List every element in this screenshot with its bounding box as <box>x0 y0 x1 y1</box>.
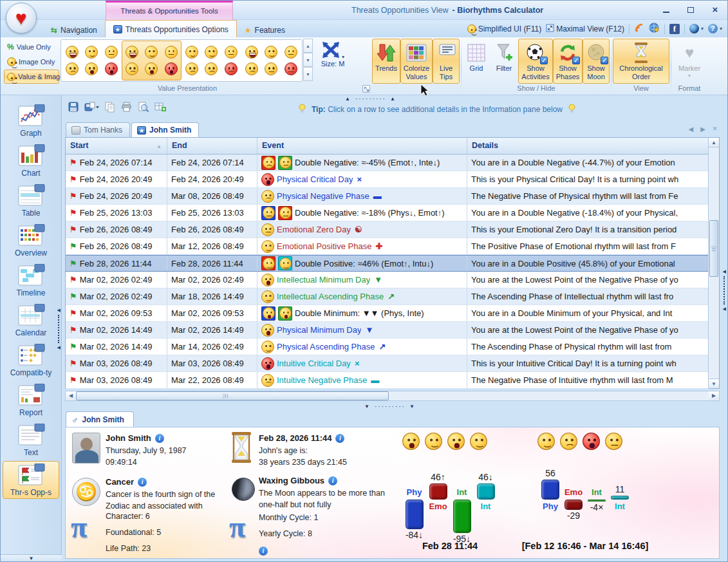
tab-scroll-left-button[interactable]: ◀ <box>689 126 694 133</box>
sidebar-item-report[interactable]: Report <box>3 381 59 419</box>
sidebar-item-thr-s-opp-s[interactable]: Thr-s Opp-s <box>3 461 59 499</box>
cell-start: ⚑Mar 03, 2026 08:49 <box>66 372 167 388</box>
scrollbar-thumb[interactable] <box>76 391 389 400</box>
save-all-button[interactable] <box>84 102 100 113</box>
right-splitter-handle[interactable]: ◀◀ <box>723 269 726 312</box>
sidebar-item-overview[interactable]: Overview <box>3 221 59 259</box>
show-moon-button[interactable]: ✓Show Moon <box>583 39 610 84</box>
tab-navigation[interactable]: ⇆Navigation <box>43 22 105 37</box>
chronological-order-button[interactable]: Chronological Order <box>613 39 669 84</box>
scroll-right-button[interactable]: ▶ <box>709 391 719 400</box>
event-row-12[interactable]: ⚑Mar 02, 2026 14:49Mar 14, 2026 02:49Phy… <box>66 339 709 355</box>
pane-splitter-handle[interactable]: ▼·········▼ <box>364 403 416 410</box>
scroll-down-button[interactable]: ▼ <box>709 379 719 388</box>
live-tips-button[interactable]: Live Tips <box>433 39 460 84</box>
language-globe-button[interactable]: ▾ <box>689 24 704 33</box>
column-header-details[interactable]: Details <box>467 138 709 154</box>
column-header-end[interactable]: End <box>167 138 257 154</box>
horizontal-scrollbar[interactable]: ◀ ▶ <box>65 391 720 401</box>
grid-toggle-button[interactable]: Grid <box>463 39 490 84</box>
event-row-10[interactable]: ⚑Mar 02, 2026 09:53Mar 02, 2026 09:53Dou… <box>66 305 709 322</box>
scrollbar-thumb[interactable] <box>709 220 718 277</box>
chart-bar-emo <box>429 483 447 500</box>
tab-tom-hanks[interactable]: Tom Hanks <box>66 122 130 137</box>
close-button[interactable]: × <box>711 5 720 13</box>
print-button[interactable] <box>121 102 133 113</box>
trends-button[interactable]: Trends <box>372 39 400 84</box>
event-row-5[interactable]: ⚑Feb 26, 2026 08:49Feb 26, 2026 08:49Emo… <box>66 221 709 238</box>
gallery-scroll-down-button[interactable]: ▼ <box>303 53 313 67</box>
show-phases-button[interactable]: ✓Show Phases <box>553 39 583 84</box>
sidebar-item-chart[interactable]: Chart <box>3 142 59 180</box>
emoticon-style-option-3[interactable] <box>182 41 241 80</box>
vertical-scrollbar[interactable]: ▲ ▼ <box>708 138 719 388</box>
tab-close-button[interactable]: × <box>713 124 717 133</box>
scroll-up-button[interactable]: ▲ <box>709 138 719 147</box>
sidebar-item-calendar[interactable]: Calendar <box>3 301 59 339</box>
show-activities-button[interactable]: ✓Show Activities <box>518 39 553 84</box>
simplified-ui-button[interactable]: Simplified UI (F11) <box>467 24 541 33</box>
info-icon[interactable]: i <box>138 478 147 487</box>
web-access-icon[interactable] <box>649 23 660 35</box>
info-icon[interactable]: i <box>328 476 337 485</box>
emoticon-style-option-4[interactable] <box>241 41 301 80</box>
sidebar-item-text[interactable]: Text <box>3 421 59 459</box>
feed-icon[interactable] <box>634 23 644 35</box>
tab-john-smith[interactable]: ★John Smith <box>131 122 199 137</box>
facebook-icon[interactable]: f <box>669 24 680 34</box>
emoticon-style-option-1[interactable] <box>62 41 122 80</box>
maximal-view-button[interactable]: Maximal View (F12) <box>546 24 624 34</box>
event-row-14[interactable]: ⚑Mar 03, 2026 08:49Mar 22, 2026 08:49Int… <box>66 372 709 389</box>
help-button[interactable]: ?▾ <box>708 24 722 33</box>
event-row-9[interactable]: ⚑Mar 02, 2026 02:49Mar 18, 2026 14:49Int… <box>66 288 709 305</box>
sidebar-item-graph[interactable]: Graph <box>3 102 59 140</box>
colorize-values-button[interactable]: Colorize Values <box>400 39 433 84</box>
column-header-start[interactable]: Start▲ <box>66 138 167 154</box>
filter-button[interactable]: Filter <box>490 39 518 84</box>
column-header-event[interactable]: Event <box>257 138 467 154</box>
info-tab-john-smith[interactable]: ♂John Smith <box>66 411 134 427</box>
copy-button[interactable] <box>105 102 116 113</box>
print-preview-button[interactable] <box>138 102 149 113</box>
value-only-button[interactable]: %Value Only <box>4 40 59 54</box>
event-row-11[interactable]: ⚑Mar 02, 2026 14:49Mar 02, 2026 14:49Phy… <box>66 322 709 339</box>
event-row-7[interactable]: ⚑Feb 28, 2026 11:44Feb 28, 2026 11:44Dou… <box>66 255 709 272</box>
top-splitter-handle[interactable]: ▲·········▲ <box>345 95 397 102</box>
event-row-8[interactable]: ⚑Mar 02, 2026 02:49Mar 02, 2026 02:49Int… <box>66 272 709 288</box>
event-row-3[interactable]: ⚑Feb 24, 2026 20:49Mar 08, 2026 08:49Phy… <box>66 188 709 205</box>
app-orb-button[interactable]: ♥ <box>6 3 37 33</box>
sidebar-item-timeline[interactable]: Timeline <box>3 261 59 299</box>
info-icon[interactable]: i <box>335 434 344 443</box>
size-button[interactable]: ▾ Size: M <box>313 39 353 68</box>
tab-threats-opportunities-options[interactable]: ★Threats Opportunities Options <box>105 20 237 37</box>
export-button[interactable] <box>154 102 167 113</box>
emoticon-style-option-2[interactable] <box>122 41 182 80</box>
info-icon[interactable]: i <box>155 434 164 443</box>
maximize-button[interactable] <box>687 7 694 13</box>
dialog-launcher-icon[interactable] <box>362 85 370 93</box>
event-row-6[interactable]: ⚑Feb 26, 2026 08:49Mar 12, 2026 08:49Emo… <box>66 238 709 255</box>
sidebar-item-table[interactable]: Table <box>3 182 59 220</box>
save-button[interactable] <box>68 102 79 113</box>
scroll-left-button[interactable]: ◀ <box>66 391 76 400</box>
event-row-2[interactable]: ⚑Feb 24, 2026 20:49Feb 24, 2026 20:49Phy… <box>66 171 709 188</box>
sidebar-item-compatib-ty[interactable]: Compatib-ty <box>3 341 59 379</box>
tab-features[interactable]: ★Features <box>237 22 293 37</box>
event-marker-icon: ▬ <box>373 191 382 201</box>
event-row-13[interactable]: ⚑Mar 03, 2026 08:49Mar 03, 2026 08:49Int… <box>66 355 709 372</box>
info-icon[interactable]: i <box>259 547 268 556</box>
sidebar-splitter-handle[interactable]: ◀◀ <box>57 308 61 350</box>
smile-face-icon <box>279 258 292 270</box>
image-only-button[interactable]: Image Only <box>4 55 59 69</box>
shock-red-face-icon <box>165 62 178 75</box>
tab-scroll-right-button[interactable]: ▶ <box>700 126 705 133</box>
sad-face-icon <box>126 62 138 75</box>
cell-end: Feb 24, 2026 07:14 <box>167 155 257 171</box>
sidebar-collapse-button[interactable]: ▼ <box>1 554 62 562</box>
gallery-expand-button[interactable]: ▼ <box>303 67 313 81</box>
minimize-button[interactable] <box>663 7 669 13</box>
event-row-1[interactable]: ⚑Feb 24, 2026 07:14Feb 24, 2026 07:14Dou… <box>66 155 709 171</box>
value-and-image-button[interactable]: Value & Image <box>4 70 59 84</box>
event-row-4[interactable]: ⚑Feb 25, 2026 13:03Feb 25, 2026 13:03Dou… <box>66 205 709 221</box>
gallery-scroll-up-button[interactable]: ▲ <box>303 39 313 53</box>
